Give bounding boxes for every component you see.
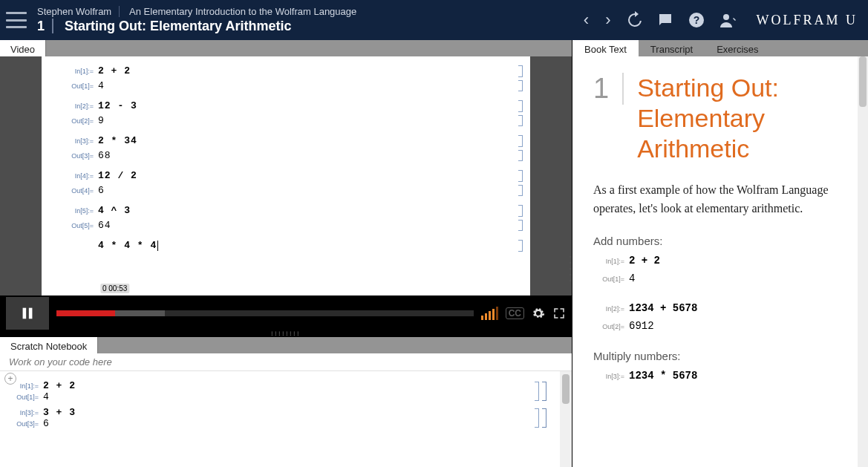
nb-output: 4 bbox=[98, 79, 105, 94]
fullscreen-icon[interactable] bbox=[552, 307, 566, 320]
column-divider[interactable] bbox=[568, 254, 572, 284]
book-title: An Elementary Introduction to the Wolfra… bbox=[129, 6, 356, 17]
user-icon[interactable] bbox=[719, 11, 737, 29]
video-body: In[1]:=2 + 2 Out[1]=4 In[2]:=12 - 3 Out[… bbox=[0, 56, 572, 295]
nb-input: 2 + 2 bbox=[98, 64, 131, 79]
nav-next-icon[interactable]: › bbox=[604, 10, 612, 30]
app-header: Stephen Wolfram An Elementary Introducti… bbox=[0, 0, 868, 40]
scratch-notebook[interactable]: In[1]:=2 + 2 Out[1]=4 In[3]:=3 + 3 Out[3… bbox=[0, 371, 560, 467]
left-column: Video In[1]:=2 + 2 Out[1]=4 In[2]:=12 - … bbox=[0, 40, 572, 467]
tab-transcript[interactable]: Transcript bbox=[639, 40, 705, 56]
author-name: Stephen Wolfram bbox=[37, 6, 120, 17]
scratch-tab-bar: Scratch Notebook bbox=[0, 337, 572, 353]
svg-rect-3 bbox=[23, 308, 27, 319]
chapter-title: Starting Out: Elementary Arithmetic bbox=[65, 19, 291, 33]
nb-cursor-line: 4 * 4 * 4 bbox=[98, 238, 158, 253]
nav-prev-icon[interactable]: ‹ bbox=[582, 10, 590, 30]
book-chapter-number: 1 bbox=[593, 73, 624, 105]
book-chapter-title: Starting Out: Elementary Arithmetic bbox=[637, 73, 847, 163]
tab-book-text[interactable]: Book Text bbox=[572, 40, 639, 56]
tab-video[interactable]: Video bbox=[0, 40, 46, 56]
svg-rect-4 bbox=[29, 308, 33, 319]
book-mul-label: Multiply numbers: bbox=[593, 350, 847, 362]
right-tab-bar: Book Text Transcript Exercises bbox=[572, 40, 868, 56]
svg-point-2 bbox=[723, 14, 729, 20]
book-scrollbar[interactable] bbox=[858, 56, 868, 467]
video-section: Video In[1]:=2 + 2 Out[1]=4 In[2]:=12 - … bbox=[0, 40, 572, 331]
header-icons: ‹ › ? WOLFRAM U bbox=[582, 10, 858, 30]
video-notebook: In[1]:=2 + 2 Out[1]=4 In[2]:=12 - 3 Out[… bbox=[42, 56, 530, 295]
help-icon[interactable]: ? bbox=[688, 11, 705, 29]
book-intro: As a first example of how the Wolfram La… bbox=[593, 181, 847, 218]
tab-exercises[interactable]: Exercises bbox=[705, 40, 770, 56]
history-icon[interactable] bbox=[625, 11, 643, 29]
book-body: 1 Starting Out: Elementary Arithmetic As… bbox=[572, 56, 868, 467]
header-titles: Stephen Wolfram An Elementary Introducti… bbox=[37, 6, 356, 34]
scratch-section: Scratch Notebook Work on your code here … bbox=[0, 337, 572, 467]
svg-text:?: ? bbox=[694, 14, 700, 26]
video-timeline[interactable]: 0 00:53 bbox=[56, 297, 474, 330]
chat-icon[interactable] bbox=[656, 11, 674, 29]
menu-icon[interactable] bbox=[6, 12, 27, 28]
row-divider[interactable]: ⁞⁞⁞⁞⁞⁞⁞⁞ bbox=[0, 331, 572, 337]
tab-scratch[interactable]: Scratch Notebook bbox=[0, 337, 98, 353]
brand-logo[interactable]: WOLFRAM U bbox=[756, 13, 858, 28]
settings-icon[interactable] bbox=[532, 307, 545, 320]
cc-button[interactable]: CC bbox=[506, 307, 524, 319]
book-add-label: Add numbers: bbox=[593, 235, 847, 247]
pause-button[interactable] bbox=[6, 297, 49, 330]
right-column: Book Text Transcript Exercises 1 Startin… bbox=[572, 40, 868, 467]
scratch-hint: Work on your code here bbox=[0, 353, 572, 371]
volume-icon[interactable] bbox=[481, 307, 498, 320]
video-tab-bar: Video bbox=[0, 40, 572, 56]
video-controls: 0 00:53 CC bbox=[0, 295, 572, 331]
scratch-scrollbar[interactable] bbox=[560, 371, 572, 467]
chapter-number: 1 bbox=[37, 19, 53, 33]
